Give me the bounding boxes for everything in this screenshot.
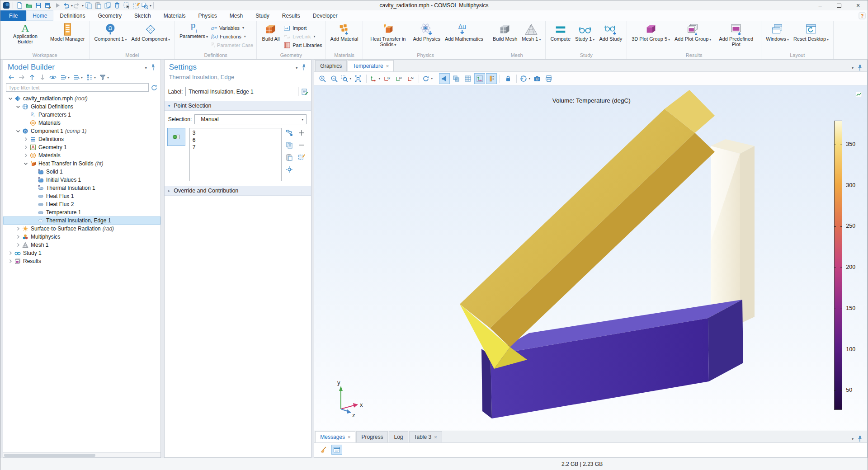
tree-item-geometry-1[interactable]: Geometry 1: [3, 143, 160, 151]
undo-button[interactable]: ▾: [62, 1, 73, 10]
menu-study[interactable]: Study: [249, 10, 276, 21]
chevron-right-icon[interactable]: [7, 258, 14, 264]
override-section[interactable]: ▸ Override and Contribution: [165, 186, 311, 196]
ribbon-button-variables[interactable]: a=Variables▾: [211, 24, 253, 32]
selection-list-item[interactable]: 6: [193, 136, 278, 144]
zoom-in-button[interactable]: [317, 73, 328, 84]
delete-button[interactable]: [113, 1, 122, 10]
tree-item-heat-transfer-in-solids[interactable]: Heat Transfer in Solids(ht): [3, 160, 160, 168]
tab-log[interactable]: Log: [389, 431, 408, 442]
tree-item-cavity-radiation-mph[interactable]: cavity_radiation.mph(root): [3, 94, 160, 103]
chevron-down-icon[interactable]: ▾: [851, 66, 854, 70]
new-file-button[interactable]: [15, 1, 24, 10]
chevron-down-icon[interactable]: ▾: [295, 64, 297, 70]
lock-button[interactable]: [503, 73, 514, 84]
view-xy-button[interactable]: xy: [382, 73, 392, 84]
show-button[interactable]: [49, 74, 57, 81]
ribbon-button-add-study[interactable]: Add Study: [597, 22, 624, 42]
chevron-right-icon[interactable]: [22, 136, 29, 142]
chevron-down-icon[interactable]: [7, 95, 14, 102]
show-message-button[interactable]: [331, 445, 342, 455]
close-button[interactable]: ×: [849, 0, 868, 10]
active-toggle-button[interactable]: [167, 128, 185, 146]
menu-definitions[interactable]: Definitions: [53, 10, 91, 21]
paste-button[interactable]: [94, 1, 103, 10]
tree-item-temperature-1[interactable]: Temperature 1: [3, 208, 160, 216]
ribbon-button-parameter-case[interactable]: PiParameter Case: [211, 41, 253, 49]
collapse-all-button[interactable]: ▾: [73, 74, 83, 81]
canvas-corner-icon[interactable]: [855, 91, 863, 98]
minimize-button[interactable]: –: [811, 0, 830, 10]
tree-item-heat-flux-1[interactable]: Heat Flux 1: [3, 192, 160, 200]
pin-icon[interactable]: [856, 64, 863, 71]
chevron-down-icon[interactable]: [14, 103, 21, 110]
ribbon-button-livelink[interactable]: LiveLink▾: [283, 33, 322, 40]
menu-home[interactable]: Home: [26, 10, 53, 21]
tree-item-initial-values-1[interactable]: DInitial Values 1: [3, 176, 160, 184]
nav-forward-button[interactable]: [18, 74, 25, 81]
rotate-button[interactable]: ▾: [422, 73, 433, 84]
tree-item-surface-to-surface-radiation[interactable]: Surface-to-Surface Radiation(rad): [3, 225, 160, 233]
tree-item-materials[interactable]: Materials: [3, 151, 160, 160]
print-button[interactable]: [543, 73, 554, 84]
ribbon-button-model-manager[interactable]: Model Manager: [48, 22, 87, 42]
chevron-right-icon[interactable]: [22, 152, 29, 159]
chevron-down-icon[interactable]: [22, 160, 29, 167]
ribbon-button-part-libraries[interactable]: Part Libraries: [283, 41, 322, 49]
selection-list-item[interactable]: 7: [193, 144, 278, 151]
paste-button[interactable]: [286, 153, 293, 161]
save-button[interactable]: [34, 1, 43, 10]
filter-button[interactable]: ▾: [99, 74, 109, 81]
copy-button[interactable]: [84, 1, 93, 10]
tree-item-thermal-insulation-1[interactable]: DThermal Insulation 1: [3, 184, 160, 192]
transparency-button[interactable]: [451, 73, 462, 84]
point-selection-section[interactable]: ▾ Point Selection: [165, 101, 311, 111]
ribbon-button-component-1[interactable]: ΩComponent 1▾: [92, 22, 129, 43]
ribbon-button-add-plot-group[interactable]: Add Plot Group▾: [672, 22, 713, 43]
view-yz-button[interactable]: yz: [393, 73, 404, 84]
ribbon-button-3d-plot-group-5[interactable]: 3D Plot Group 5▾: [629, 22, 672, 43]
tree-item-results[interactable]: Results: [3, 257, 160, 265]
ribbon-button-add-predefined-plot[interactable]: Add Predefined Plot: [713, 22, 759, 47]
view-xz-button[interactable]: xz: [405, 73, 416, 84]
chevron-down-icon[interactable]: [14, 128, 21, 134]
chevron-down-icon[interactable]: ▾: [144, 64, 147, 70]
menu-mesh[interactable]: Mesh: [223, 10, 249, 21]
maximize-button[interactable]: [830, 0, 849, 10]
ribbon-button-windows[interactable]: Windows▾: [764, 22, 791, 43]
menu-materials[interactable]: Materials: [157, 10, 192, 21]
save-as-button[interactable]: [43, 1, 52, 10]
ribbon-button-application-builder[interactable]: AApplication Builder: [3, 22, 48, 45]
ribbon-button-compute[interactable]: Compute: [548, 22, 573, 42]
tab-messages[interactable]: Messages×: [315, 431, 355, 442]
snapshot-button[interactable]: [532, 73, 542, 84]
zoom-extents-button[interactable]: [353, 73, 363, 84]
menu-results[interactable]: Results: [276, 10, 307, 21]
tab-table-3[interactable]: Table 3×: [409, 431, 442, 442]
ribbon-button-add-material[interactable]: Add Material: [328, 22, 361, 42]
nav-back-button[interactable]: [8, 74, 15, 81]
scrollbar-thumb[interactable]: [4, 454, 95, 457]
create-selection-button[interactable]: [286, 129, 293, 136]
zoom-out-button[interactable]: [329, 73, 340, 84]
ribbon-button-functions[interactable]: f(x)Functions▾: [211, 33, 253, 40]
ribbon-button-mesh-1[interactable]: Mesh 1▾: [519, 22, 543, 43]
chevron-right-icon[interactable]: [14, 234, 21, 240]
chevron-down-icon[interactable]: ▾: [851, 437, 854, 441]
open-button[interactable]: [24, 1, 33, 10]
menu-sketch[interactable]: Sketch: [128, 10, 157, 21]
chevron-right-icon[interactable]: [7, 250, 14, 256]
tree-item-solid-1[interactable]: DSolid 1: [3, 168, 160, 176]
menu-physics[interactable]: Physics: [192, 10, 223, 21]
graphics-canvas[interactable]: Volume: Temperature (degC): [314, 85, 867, 431]
tree-item-study-1[interactable]: Study 1: [3, 249, 160, 257]
tab-graphics[interactable]: Graphics: [315, 60, 347, 71]
copy-list-button[interactable]: [286, 141, 293, 149]
help-icon[interactable]: ?: [859, 12, 866, 19]
clear-button[interactable]: [318, 445, 329, 455]
add-button[interactable]: [298, 129, 306, 136]
tree-item-component-1[interactable]: ΩComponent 1(comp 1): [3, 127, 160, 135]
select-button[interactable]: [122, 1, 131, 10]
zoom-selection-button[interactable]: [286, 165, 293, 173]
refresh-icon[interactable]: [151, 84, 158, 91]
